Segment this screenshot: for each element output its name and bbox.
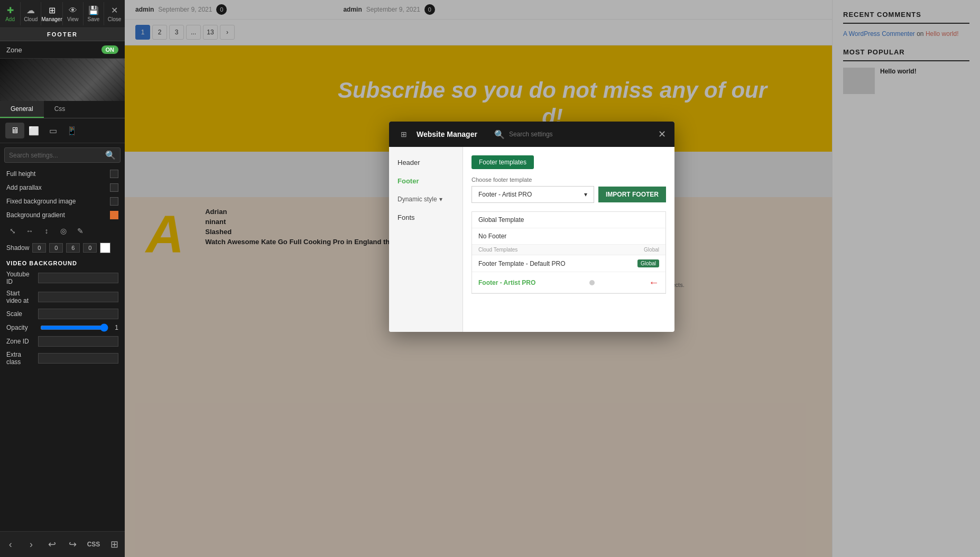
- fixed-bg-checkbox[interactable]: [110, 197, 118, 206]
- vertical-icon[interactable]: ↕: [40, 225, 53, 237]
- transform-icons-row: ⤡ ↔ ↕ ◎ ✎: [0, 222, 125, 240]
- shadow-x[interactable]: [32, 243, 46, 253]
- zone-id-label: Zone ID: [6, 338, 34, 345]
- full-height-label: Full height: [6, 170, 110, 178]
- youtube-id-input[interactable]: [38, 273, 118, 283]
- modal-close-button[interactable]: ✕: [658, 128, 666, 140]
- default-pro-item[interactable]: Footer Template - Default PRO Global: [472, 255, 665, 272]
- zone-id-row: Zone ID: [0, 334, 125, 349]
- undo-button[interactable]: ↩: [43, 536, 60, 553]
- modal-nav-footer[interactable]: Footer: [389, 172, 463, 190]
- sidebar-toolbar: ✚ Add ☁ Cloud ⊞ Manager 👁 View 💾 Save ✕ …: [0, 0, 125, 28]
- add-parallax-row: Add parallax: [0, 181, 125, 194]
- red-arrow-icon: ←: [649, 276, 659, 289]
- global-template-item[interactable]: Global Template: [472, 212, 665, 228]
- zone-label: Zone: [6, 46, 22, 54]
- mobile-icon[interactable]: 📱: [62, 123, 81, 138]
- tab-css[interactable]: Css: [44, 101, 76, 118]
- manager-button[interactable]: ⊞ Manager: [41, 2, 62, 25]
- video-bg-label: VIDEO BACKGROUND: [0, 256, 125, 268]
- template-dropdown[interactable]: Footer - Artist PRO ▾: [471, 186, 594, 203]
- bg-gradient-label: Background gradient: [6, 211, 110, 219]
- modal-nav: Header Footer Dynamic style ▾ Fonts: [389, 147, 463, 332]
- template-list: Global Template No Footer Cloud Template…: [471, 211, 666, 294]
- close-button[interactable]: ✕ Close: [104, 2, 125, 25]
- sidebar: ✚ Add ☁ Cloud ⊞ Manager 👁 View 💾 Save ✕ …: [0, 0, 125, 557]
- modal-body: Header Footer Dynamic style ▾ Fonts Foot…: [389, 147, 674, 332]
- cloud-button[interactable]: ☁ Cloud: [21, 2, 41, 25]
- fixed-bg-label: Fixed background image: [6, 198, 110, 205]
- sidebar-tabs: General Css: [0, 101, 125, 118]
- shadow-color[interactable]: [100, 243, 110, 253]
- extra-class-label: Extra class: [6, 351, 34, 366]
- fixed-bg-row: Fixed background image: [0, 194, 125, 208]
- css-button[interactable]: CSS: [85, 536, 102, 553]
- redo-button[interactable]: ↪: [64, 536, 81, 553]
- horizontal-icon[interactable]: ↔: [23, 225, 36, 237]
- youtube-id-label: Youtube ID: [6, 271, 34, 285]
- main-content: admin September 9, 2021 0 admin Septembe…: [125, 0, 980, 557]
- opacity-slider[interactable]: [40, 323, 108, 332]
- search-settings-input[interactable]: [9, 152, 105, 159]
- view-button[interactable]: 👁 View: [63, 2, 84, 25]
- start-video-label: Start video at: [6, 290, 34, 304]
- circle-icon[interactable]: ◎: [57, 225, 70, 237]
- add-parallax-label: Add parallax: [6, 184, 110, 191]
- modal-search: 🔍: [494, 129, 652, 140]
- artist-pro-item[interactable]: Footer - Artist PRO ←: [472, 272, 665, 293]
- modal-nav-fonts[interactable]: Fonts: [389, 208, 463, 227]
- tablet-landscape-icon[interactable]: ⬜: [24, 123, 43, 138]
- youtube-id-row: Youtube ID: [0, 268, 125, 287]
- choose-footer-label: Choose footer template: [471, 177, 666, 183]
- search-settings-bar: 🔍: [4, 147, 121, 163]
- bottom-bar: ‹ › ↩ ↪ CSS ⊞: [0, 531, 125, 557]
- expand-icon[interactable]: ⤡: [6, 225, 19, 237]
- shadow-y[interactable]: [49, 243, 63, 253]
- scale-row: Scale: [0, 307, 125, 321]
- grid-button[interactable]: ⊞: [106, 536, 123, 553]
- start-video-input[interactable]: [38, 292, 118, 302]
- modal-nav-header[interactable]: Header: [389, 153, 463, 172]
- tablet-portrait-icon[interactable]: ▭: [43, 123, 62, 138]
- zone-bar: Zone ON: [0, 41, 125, 59]
- save-button[interactable]: 💾 Save: [84, 2, 104, 25]
- full-height-checkbox[interactable]: [110, 170, 118, 178]
- chevron-icon: ▾: [439, 196, 442, 203]
- start-video-row: Start video at: [0, 287, 125, 307]
- shadow-blur[interactable]: [66, 243, 80, 253]
- add-button[interactable]: ✚ Add: [0, 2, 21, 25]
- website-manager-modal: ⊞ Website Manager 🔍 ✕ Header Footer Dyna…: [389, 122, 674, 332]
- footer-templates-tab[interactable]: Footer templates: [471, 155, 534, 169]
- bg-gradient-row: Background gradient: [0, 208, 125, 222]
- scale-input[interactable]: [38, 309, 118, 319]
- modal-header: ⊞ Website Manager 🔍 ✕: [389, 122, 674, 147]
- modal-content-area: Footer templates Choose footer template …: [463, 147, 674, 332]
- tab-general[interactable]: General: [0, 101, 44, 118]
- artist-pro-label: Footer - Artist PRO: [478, 279, 535, 286]
- modal-title: Website Manager: [417, 130, 477, 138]
- no-footer-item[interactable]: No Footer: [472, 228, 665, 245]
- modal-nav-dynamic-style[interactable]: Dynamic style ▾: [389, 190, 463, 208]
- shadow-row: Shadow: [0, 240, 125, 256]
- bg-gradient-checkbox[interactable]: [110, 211, 118, 219]
- on-toggle[interactable]: ON: [101, 45, 119, 54]
- shadow-spread[interactable]: [83, 243, 97, 253]
- full-height-row: Full height: [0, 167, 125, 181]
- zone-id-input[interactable]: [38, 336, 118, 347]
- back-arrow-button[interactable]: ‹: [2, 536, 19, 553]
- forward-arrow-button[interactable]: ›: [23, 536, 40, 553]
- extra-class-input[interactable]: [38, 353, 118, 364]
- modal-overlay: ⊞ Website Manager 🔍 ✕ Header Footer Dyna…: [125, 0, 980, 557]
- modal-grid-icon: ⊞: [397, 128, 410, 141]
- background-preview: [0, 59, 125, 101]
- template-dropdown-row: Footer - Artist PRO ▾ IMPORT FOOTER: [471, 186, 666, 203]
- active-dot: [589, 280, 595, 285]
- add-parallax-checkbox[interactable]: [110, 183, 118, 192]
- opacity-value: 1: [113, 324, 118, 331]
- pen-icon[interactable]: ✎: [74, 225, 87, 237]
- import-footer-button[interactable]: IMPORT FOOTER: [598, 187, 666, 202]
- extra-class-row: Extra class: [0, 349, 125, 368]
- desktop-icon[interactable]: 🖥: [5, 123, 24, 138]
- modal-search-input[interactable]: [509, 131, 588, 138]
- search-icon: 🔍: [105, 150, 116, 160]
